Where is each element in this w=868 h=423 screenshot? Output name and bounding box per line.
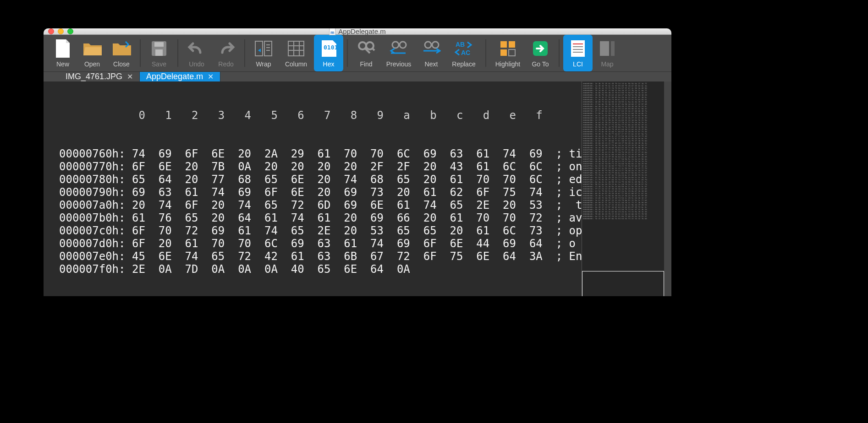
separator: [485, 39, 486, 67]
next-label: Next: [425, 60, 438, 68]
minimap-scrollbar[interactable]: [664, 81, 671, 296]
previous-label: Previous: [386, 60, 411, 68]
open-label: Open: [84, 60, 100, 68]
save-label: Save: [152, 60, 166, 68]
svg-rect-22: [509, 41, 515, 48]
svg-point-18: [432, 42, 439, 48]
column-button[interactable]: Column: [278, 35, 314, 71]
tab-img[interactable]: IMG_4761.JPG ✕: [59, 72, 140, 81]
wrap-icon: [254, 39, 273, 58]
highlight-button[interactable]: Highlight: [490, 35, 526, 71]
hex-row[interactable]: 000007f0h: 2E 0A 7D 0A 0A 0A 40 65 6E 64…: [59, 263, 582, 276]
hex-row[interactable]: 00000780h: 65 64 20 77 68 65 6E 20 74 68…: [59, 173, 582, 186]
wrap-label: Wrap: [256, 60, 271, 68]
redo-label: Redo: [218, 60, 233, 68]
traffic-lights: [48, 28, 73, 34]
svg-rect-21: [500, 41, 507, 48]
column-icon: [286, 39, 306, 58]
hex-label: Hex: [323, 60, 335, 68]
svg-rect-24: [509, 49, 515, 56]
svg-rect-3: [255, 41, 263, 56]
svg-rect-23: [500, 49, 507, 56]
separator: [244, 39, 245, 67]
hex-icon: 0101: [319, 39, 338, 58]
svg-point-16: [400, 42, 406, 48]
svg-point-17: [425, 42, 431, 48]
file-icon: m: [329, 28, 335, 35]
wrap-button[interactable]: Wrap: [249, 35, 278, 71]
hex-row[interactable]: 000007d0h: 6F 20 61 70 70 6C 69 63 61 74…: [59, 237, 582, 250]
close-tab-icon[interactable]: ✕: [127, 72, 133, 81]
editor-area: 0 1 2 3 4 5 6 7 8 9 a b c d e f 00000760…: [44, 81, 671, 296]
find-button[interactable]: Find: [352, 35, 381, 71]
replace-icon: ABAC: [454, 39, 473, 58]
goto-button[interactable]: Go To: [526, 35, 555, 71]
minimap-viewport[interactable]: [582, 271, 664, 296]
next-button[interactable]: Next: [417, 35, 446, 71]
new-label: New: [56, 60, 69, 68]
replace-label: Replace: [452, 60, 475, 68]
svg-point-13: [366, 42, 374, 49]
app-window: m AppDelegate.m New Open Close: [44, 28, 671, 296]
svg-rect-1: [154, 42, 164, 47]
new-file-icon: [53, 39, 72, 58]
window-title-text: AppDelegate.m: [338, 28, 385, 35]
svg-text:0101: 0101: [324, 44, 337, 51]
new-button[interactable]: New: [48, 35, 77, 71]
replace-button[interactable]: ABAC Replace: [446, 35, 482, 71]
find-icon: [357, 39, 376, 58]
document-tabs: IMG_4761.JPG ✕ AppDelegate.m ✕: [44, 72, 671, 81]
undo-icon: [187, 39, 206, 58]
tab-appdelegate[interactable]: AppDelegate.m ✕: [140, 72, 220, 81]
map-button[interactable]: Map: [593, 35, 622, 71]
separator: [140, 39, 141, 67]
goto-icon: [531, 39, 550, 58]
tab-label: IMG_4761.JPG: [66, 72, 122, 81]
hex-editor[interactable]: 0 1 2 3 4 5 6 7 8 9 a b c d e f 00000760…: [44, 81, 582, 296]
map-label: Map: [601, 60, 613, 68]
lci-label: LCI: [573, 60, 583, 68]
separator: [177, 39, 178, 67]
hex-row[interactable]: 00000790h: 69 63 61 74 69 6F 6E 20 69 73…: [59, 186, 582, 199]
titlebar: m AppDelegate.m: [44, 28, 671, 35]
close-label: Close: [113, 60, 130, 68]
minimap-content: 00000530h: 2e 38 74 25 61 45 79 34 34 6c…: [583, 82, 663, 296]
close-tab-icon[interactable]: ✕: [208, 72, 214, 81]
toolbar: New Open Close Save Undo: [44, 35, 671, 72]
close-button[interactable]: Close: [107, 35, 136, 71]
svg-rect-2: [155, 49, 163, 56]
zoom-window-button[interactable]: [67, 28, 73, 34]
hex-row[interactable]: 00000760h: 74 69 6F 6E 20 2A 29 61 70 70…: [59, 147, 582, 160]
highlight-icon: [498, 39, 517, 58]
hex-row[interactable]: 000007c0h: 6F 70 72 69 61 74 65 2E 20 53…: [59, 224, 582, 237]
close-folder-icon: [112, 39, 131, 58]
undo-label: Undo: [189, 60, 204, 68]
tab-label: AppDelegate.m: [146, 72, 203, 81]
open-folder-icon: [82, 39, 102, 58]
lci-icon: [568, 39, 588, 58]
save-button[interactable]: Save: [144, 35, 174, 71]
column-label: Column: [285, 60, 307, 68]
redo-button[interactable]: Redo: [211, 35, 241, 71]
previous-button[interactable]: Previous: [381, 35, 417, 71]
lci-button[interactable]: LCI: [563, 35, 593, 71]
undo-button[interactable]: Undo: [182, 35, 211, 71]
separator: [347, 39, 348, 67]
hex-row[interactable]: 00000770h: 6F 6E 20 7B 0A 20 20 20 20 2F…: [59, 160, 582, 173]
svg-rect-4: [264, 41, 272, 56]
close-window-button[interactable]: [48, 28, 54, 34]
window-title: m AppDelegate.m: [329, 28, 385, 35]
hex-row[interactable]: 000007e0h: 45 6E 74 65 72 42 61 63 6B 67…: [59, 250, 582, 263]
hex-column-ruler: 0 1 2 3 4 5 6 7 8 9 a b c d e f: [59, 109, 582, 122]
svg-point-11: [359, 42, 366, 49]
goto-label: Go To: [532, 60, 549, 68]
hex-row[interactable]: 000007a0h: 20 74 6F 20 74 65 72 6D 69 6E…: [59, 199, 582, 212]
hex-row[interactable]: 000007b0h: 61 76 65 20 64 61 74 61 20 69…: [59, 212, 582, 224]
minimize-window-button[interactable]: [58, 28, 64, 34]
svg-rect-32: [611, 41, 615, 56]
previous-icon: [389, 39, 408, 58]
hex-button[interactable]: 0101 Hex: [314, 35, 343, 71]
open-button[interactable]: Open: [77, 35, 107, 71]
minimap[interactable]: 00000530h: 2e 38 74 25 61 45 79 34 34 6c…: [582, 81, 671, 296]
map-icon: [598, 39, 617, 58]
